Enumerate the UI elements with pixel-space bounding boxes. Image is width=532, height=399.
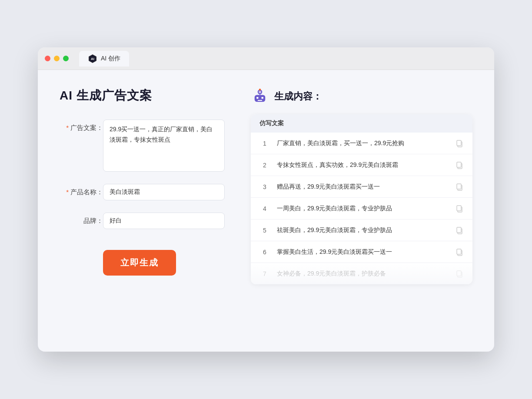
required-star-product: * bbox=[66, 188, 69, 196]
result-header: 生成内容： bbox=[251, 87, 472, 106]
robot-icon bbox=[251, 87, 269, 106]
result-row: 6 掌握美白生活，29.9元美白淡斑霜买一送一 bbox=[251, 241, 472, 263]
brand-input[interactable] bbox=[103, 213, 225, 229]
result-row: 4 一周美白，29.9元美白淡斑霜，专业护肤品 bbox=[251, 198, 472, 219]
required-star-ad: * bbox=[66, 124, 69, 131]
svg-rect-23 bbox=[457, 249, 461, 254]
tab-area: AI AI 创作 bbox=[79, 51, 129, 66]
row-num-5: 5 bbox=[259, 227, 270, 234]
row-num-6: 6 bbox=[259, 249, 270, 256]
traffic-lights bbox=[45, 56, 69, 61]
browser-toolbar: AI AI 创作 bbox=[38, 47, 494, 70]
browser-content: AI 生成广告文案 *广告文案： *产品名称： 品牌： 立 bbox=[38, 70, 494, 302]
svg-rect-21 bbox=[457, 227, 461, 233]
result-row-faded: 7 女神必备，29.9元美白淡斑霜，护肤必备 bbox=[251, 263, 472, 284]
product-label: *产品名称： bbox=[60, 184, 103, 196]
svg-rect-8 bbox=[258, 100, 263, 101]
row-text-1: 厂家直销，美白淡斑霜，买一送一，29.9元抢购 bbox=[277, 139, 448, 148]
row-num-3: 3 bbox=[259, 183, 270, 190]
copy-icon-6[interactable] bbox=[455, 248, 464, 256]
browser-window: AI AI 创作 AI 生成广告文案 *广告文案： *产品名称： bbox=[38, 47, 494, 352]
svg-rect-7 bbox=[262, 97, 263, 99]
result-row: 2 专抹女性斑点，真实功效，29.9元美白淡斑霜 bbox=[251, 154, 472, 176]
minimize-button[interactable] bbox=[54, 56, 60, 61]
svg-text:AI: AI bbox=[91, 57, 94, 61]
result-table: 仿写文案 1 厂家直销，美白淡斑霜，买一送一，29.9元抢购 2 专抹女性斑点，… bbox=[251, 114, 472, 284]
row-text-5: 祛斑美白，29.9元美白淡斑霜，专业护肤品 bbox=[277, 226, 448, 235]
right-panel: 生成内容： 仿写文案 1 厂家直销，美白淡斑霜，买一送一，29.9元抢购 bbox=[242, 87, 472, 284]
svg-rect-17 bbox=[457, 184, 461, 189]
header-label: 仿写文案 bbox=[259, 120, 284, 126]
row-text-3: 赠品再送，29.9元美白淡斑霜买一送一 bbox=[277, 182, 448, 191]
tab-ai-create[interactable]: AI AI 创作 bbox=[79, 51, 129, 66]
row-text-6: 掌握美白生活，29.9元美白淡斑霜买一送一 bbox=[277, 247, 448, 256]
row-num-4: 4 bbox=[259, 205, 270, 212]
copy-icon-3[interactable] bbox=[455, 183, 464, 191]
product-input[interactable] bbox=[103, 184, 225, 200]
row-num-1: 1 bbox=[259, 140, 270, 147]
row-num-7: 7 bbox=[259, 270, 270, 277]
svg-rect-15 bbox=[457, 162, 461, 167]
ad-textarea[interactable] bbox=[103, 120, 225, 172]
copy-icon-7[interactable] bbox=[455, 269, 464, 278]
svg-rect-6 bbox=[256, 97, 258, 99]
ad-label: *广告文案： bbox=[60, 120, 103, 132]
svg-point-11 bbox=[259, 89, 261, 90]
generate-button[interactable]: 立即生成 bbox=[103, 250, 176, 276]
result-table-wrap: 仿写文案 1 厂家直销，美白淡斑霜，买一送一，29.9元抢购 2 专抹女性斑点，… bbox=[251, 114, 472, 284]
copy-icon-2[interactable] bbox=[455, 161, 464, 170]
row-num-2: 2 bbox=[259, 162, 270, 169]
close-button[interactable] bbox=[45, 56, 50, 61]
result-row: 5 祛斑美白，29.9元美白淡斑霜，专业护肤品 bbox=[251, 219, 472, 241]
form-group-ad: *广告文案： bbox=[60, 120, 225, 172]
svg-rect-19 bbox=[457, 206, 461, 211]
result-table-header: 仿写文案 bbox=[251, 114, 472, 133]
tab-label: AI 创作 bbox=[101, 55, 120, 63]
copy-icon-4[interactable] bbox=[455, 204, 464, 213]
copy-icon-5[interactable] bbox=[455, 226, 464, 235]
brand-label: 品牌： bbox=[60, 213, 103, 225]
copy-icon-1[interactable] bbox=[455, 139, 464, 148]
form-group-product: *产品名称： bbox=[60, 184, 225, 200]
left-panel: AI 生成广告文案 *广告文案： *产品名称： 品牌： 立 bbox=[60, 87, 242, 284]
svg-rect-13 bbox=[457, 140, 461, 146]
form-group-brand: 品牌： bbox=[60, 213, 225, 229]
ai-tab-icon: AI bbox=[88, 54, 97, 63]
svg-rect-25 bbox=[457, 271, 461, 276]
row-text-4: 一周美白，29.9元美白淡斑霜，专业护肤品 bbox=[277, 204, 448, 213]
result-row: 1 厂家直销，美白淡斑霜，买一送一，29.9元抢购 bbox=[251, 133, 472, 154]
row-text-2: 专抹女性斑点，真实功效，29.9元美白淡斑霜 bbox=[277, 160, 448, 170]
svg-point-4 bbox=[259, 91, 261, 93]
svg-point-10 bbox=[259, 93, 261, 95]
result-row: 3 赠品再送，29.9元美白淡斑霜买一送一 bbox=[251, 176, 472, 198]
page-title: AI 生成广告文案 bbox=[60, 87, 225, 104]
maximize-button[interactable] bbox=[63, 56, 69, 61]
result-title: 生成内容： bbox=[274, 90, 322, 103]
row-text-7: 女神必备，29.9元美白淡斑霜，护肤必备 bbox=[277, 269, 448, 278]
